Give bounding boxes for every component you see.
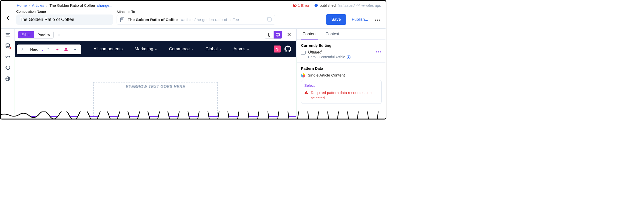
last-saved-label: last saved 44 minutes ago bbox=[338, 3, 381, 8]
tab-context[interactable]: Context bbox=[324, 29, 341, 40]
nav-link[interactable]: Global⌄ bbox=[202, 47, 225, 52]
pattern-error-message: Required pattern data resource is not se… bbox=[311, 90, 378, 100]
svg-rect-24 bbox=[64, 50, 66, 51]
svg-point-18 bbox=[57, 49, 58, 50]
attached-to-field[interactable]: The Golden Ratio of Coffee /articles/the… bbox=[116, 15, 275, 25]
tab-content[interactable]: Content bbox=[301, 29, 318, 40]
close-canvas-button[interactable]: ✕ bbox=[285, 32, 293, 38]
preview-body[interactable]: EYEBROW TEXT GOES HERE bbox=[15, 57, 296, 117]
component-icon bbox=[301, 51, 306, 55]
preview-site-nav: Hero ⌄ ⌃ ⋯ bbox=[15, 41, 296, 57]
breadcrumb-home[interactable]: Home bbox=[17, 3, 27, 8]
pattern-error: Required pattern data resource is not se… bbox=[304, 90, 378, 100]
hierarchy-button[interactable] bbox=[62, 46, 70, 53]
nav-link[interactable]: All components bbox=[90, 47, 126, 52]
pattern-data-heading: Pattern Data bbox=[301, 66, 382, 71]
svg-point-6 bbox=[8, 57, 8, 57]
breadcrumb: Home › Articles › The Golden Ratio of Co… bbox=[17, 3, 112, 8]
pattern-data-card: Select Required pattern data resource is… bbox=[301, 80, 382, 104]
attached-to-label: Attached To bbox=[116, 10, 275, 14]
go-up-button[interactable] bbox=[19, 46, 26, 53]
chevron-down-icon: ⌄ bbox=[41, 47, 44, 52]
left-rail bbox=[1, 29, 15, 117]
contentful-icon bbox=[301, 73, 305, 78]
breadcrumb-current: The Golden Ratio of Coffee bbox=[50, 3, 95, 8]
header-more-button[interactable]: ⋯ bbox=[374, 17, 381, 25]
history-rail-icon[interactable] bbox=[5, 65, 11, 71]
code-rail-icon[interactable] bbox=[5, 54, 11, 60]
document-icon bbox=[120, 18, 124, 22]
editing-more-button[interactable]: ⋯ bbox=[376, 50, 382, 53]
svg-rect-13 bbox=[276, 34, 280, 36]
globe-rail-icon[interactable] bbox=[5, 76, 11, 82]
inline-more-button[interactable]: ⋯ bbox=[72, 46, 80, 53]
editing-subtitle: Hero - Contentful Article bbox=[308, 55, 345, 59]
chevron-down-icon: ⌄ bbox=[191, 48, 194, 51]
chevron-down-icon: ⌄ bbox=[219, 48, 222, 51]
data-rail-icon[interactable] bbox=[5, 43, 11, 49]
nav-link[interactable]: Marketing⌄ bbox=[131, 47, 160, 52]
selected-component-dropdown[interactable]: Hero ⌄ ⌃ bbox=[28, 47, 52, 52]
preview-mode-button[interactable]: Preview bbox=[34, 31, 54, 38]
canvas: Hero ⌄ ⌃ ⋯ bbox=[15, 41, 296, 117]
structure-rail-icon[interactable] bbox=[5, 32, 11, 38]
storybook-icon[interactable]: S bbox=[274, 46, 281, 53]
toolbar-more-button[interactable]: ⋯ bbox=[56, 33, 63, 37]
currently-editing-heading: Currently Editing bbox=[301, 43, 382, 48]
mobile-device-button[interactable] bbox=[265, 31, 274, 39]
attached-title: The Golden Ratio of Coffee bbox=[128, 18, 178, 22]
error-badge[interactable]: 1 Error bbox=[293, 3, 310, 8]
breadcrumb-change-link[interactable]: change... bbox=[97, 3, 112, 8]
inline-toolbar: Hero ⌄ ⌃ ⋯ bbox=[17, 45, 81, 54]
warning-icon bbox=[304, 91, 308, 94]
svg-rect-23 bbox=[66, 48, 66, 49]
target-button[interactable] bbox=[54, 46, 62, 53]
publish-button[interactable]: Publish... bbox=[350, 14, 370, 25]
right-panel: Content Context Currently Editing Untitl… bbox=[296, 29, 386, 117]
save-button[interactable]: Save bbox=[326, 14, 346, 25]
error-count: 1 Error bbox=[298, 3, 310, 8]
desktop-device-button[interactable] bbox=[274, 31, 282, 39]
info-icon[interactable] bbox=[347, 55, 350, 59]
copy-icon[interactable] bbox=[268, 18, 272, 22]
svg-point-3 bbox=[6, 44, 10, 45]
eyebrow-placeholder[interactable]: EYEBROW TEXT GOES HERE bbox=[93, 82, 218, 116]
svg-rect-25 bbox=[66, 50, 68, 51]
chevron-down-icon: ⌄ bbox=[155, 48, 157, 51]
mode-toggle: Editor Preview bbox=[18, 31, 54, 39]
editing-title: Untitled bbox=[308, 50, 373, 55]
publish-status-label: published bbox=[320, 3, 336, 8]
back-button[interactable] bbox=[3, 13, 13, 23]
attached-path: /articles/the-golden-ratio-of-coffee bbox=[181, 18, 239, 22]
nav-link[interactable]: Atoms⌄ bbox=[230, 47, 252, 52]
editor-mode-button[interactable]: Editor bbox=[18, 31, 34, 38]
pattern-select-button[interactable]: Select bbox=[304, 83, 378, 88]
chevron-right-icon: › bbox=[29, 3, 30, 8]
status-dot-icon bbox=[314, 4, 318, 7]
chevron-down-icon: ⌄ bbox=[247, 48, 249, 51]
publish-status: published last saved 44 minutes ago bbox=[314, 3, 382, 8]
selected-component-label: Hero bbox=[30, 47, 38, 52]
composition-name-label: Composition Name bbox=[16, 10, 113, 14]
device-toggle bbox=[265, 31, 282, 39]
error-icon bbox=[293, 4, 296, 7]
nav-link[interactable]: Commerce⌄ bbox=[166, 47, 197, 52]
pattern-data-title: Single Article Content bbox=[308, 73, 345, 78]
github-icon[interactable] bbox=[284, 46, 291, 53]
composition-name-input[interactable]: The Golden Ratio of Coffee bbox=[16, 15, 113, 25]
breadcrumb-articles[interactable]: Articles bbox=[32, 3, 44, 8]
chevron-right-icon: › bbox=[46, 3, 48, 8]
chevron-up-icon: ⌃ bbox=[47, 47, 50, 52]
